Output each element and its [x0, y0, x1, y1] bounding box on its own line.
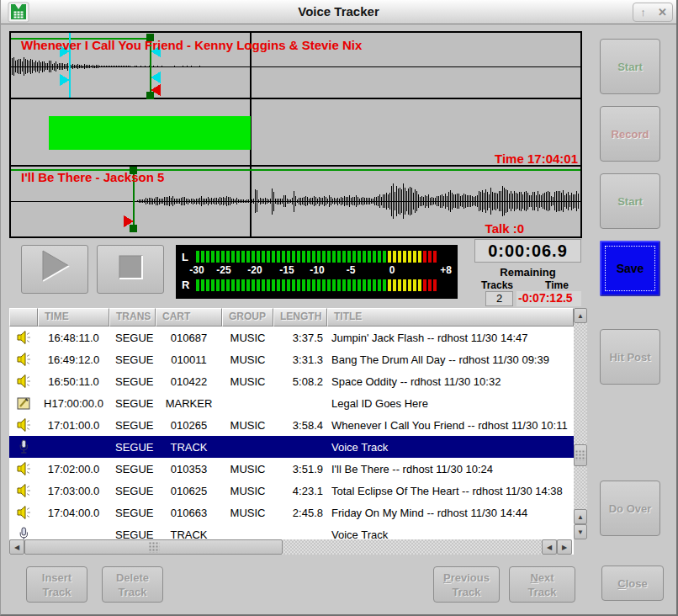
meter-segment — [246, 251, 250, 263]
scroll-down-button[interactable]: ▼ — [574, 524, 587, 539]
cell-group: MUSIC — [222, 485, 273, 497]
voicetrack-block[interactable] — [49, 116, 251, 150]
log-row[interactable]: H17:00:00.0SEGUEMARKERLegal ID Goes Here — [9, 392, 574, 414]
close-button[interactable]: Close — [601, 566, 664, 601]
speaker-icon — [9, 504, 38, 521]
vu-meter: L R -30-25-20-15-10-50+8 — [176, 245, 458, 299]
horizontal-scrollbar[interactable]: ◀ ◀ ▶ — [9, 539, 572, 555]
delete-track-label-2: Track — [119, 585, 147, 599]
meter-segment — [393, 251, 396, 263]
meter-segment — [297, 251, 300, 263]
meter-segment — [226, 279, 230, 291]
column-header-group[interactable]: GROUP — [222, 308, 273, 327]
titlebar[interactable]: Voice Tracker ↑ ✕ — [1, 0, 676, 24]
insert-track-button[interactable]: Insert Track — [26, 566, 87, 603]
cell-trans: SEGUE — [109, 507, 156, 519]
voice-tracker-editor[interactable]: Whenever I Call You Friend - Kenny Loggi… — [9, 31, 582, 238]
meter-segment — [272, 251, 275, 263]
meter-segment — [312, 251, 315, 263]
column-header-icon[interactable] — [9, 308, 38, 327]
log-row[interactable]: 17:04:00.0SEGUE010663MUSIC2:45.8Friday O… — [9, 502, 574, 523]
cell-group: MUSIC — [222, 375, 273, 388]
meter-bar-right — [196, 279, 437, 291]
meter-segment — [201, 279, 204, 291]
column-header-length[interactable]: LENGTH — [273, 308, 327, 327]
vertical-scroll-thumb[interactable] — [574, 444, 587, 466]
cell-time: 17:04:00.0 — [38, 507, 109, 519]
track2-handle-bottom[interactable] — [130, 225, 137, 232]
cell-time: 17:01:00.0 — [38, 419, 109, 432]
log-row[interactable]: 16:48:11.0SEGUE010687MUSIC3:37.5Jumpin' … — [9, 327, 574, 348]
record-button[interactable]: Record — [600, 106, 660, 162]
column-header-cart[interactable]: CART — [156, 308, 222, 327]
scroll-up-button-2[interactable]: ▲ — [574, 509, 587, 524]
save-button[interactable]: Save — [600, 241, 660, 296]
scroll-left-button[interactable]: ◀ — [9, 539, 24, 555]
next-track-button[interactable]: Next Track — [509, 566, 575, 603]
cell-trans: SEGUE — [109, 353, 156, 366]
column-header-title[interactable]: TITLE — [327, 308, 574, 327]
track2-title: I'll Be There - Jackson 5 — [21, 170, 164, 184]
meter-segment — [352, 251, 356, 263]
log-row[interactable]: 16:50:11.0SEGUE010422MUSIC5:08.2Space Od… — [9, 370, 574, 392]
stop-button[interactable] — [97, 245, 164, 294]
do-over-button[interactable]: Do Over — [600, 481, 660, 536]
meter-segment — [211, 251, 215, 263]
meter-segment — [317, 251, 320, 263]
log-row[interactable]: 17:02:00.0SEGUE010353MUSIC3:51.9I'll Be … — [9, 458, 574, 480]
meter-segment — [398, 279, 401, 291]
meter-segment — [363, 251, 366, 263]
meter-segment — [363, 279, 366, 291]
meter-scale-label: -5 — [347, 264, 356, 276]
remaining-time-value: -0:07:12.5 — [516, 291, 581, 306]
start-2-button[interactable]: Start — [600, 173, 660, 229]
cell-group: MUSIC — [222, 507, 273, 519]
talk-time-label: Talk :0 — [485, 221, 524, 236]
scroll-left-button-2[interactable]: ◀ — [542, 539, 557, 555]
cell-time: 17:03:00.0 — [38, 485, 109, 497]
previous-track-label-2: Track — [453, 585, 481, 599]
delete-track-button[interactable]: Delete Track — [102, 566, 163, 603]
meter-segment — [388, 279, 391, 291]
speaker-icon — [9, 417, 38, 433]
meter-segment — [236, 251, 240, 263]
segue-handle-bottom[interactable] — [146, 92, 154, 99]
scroll-up-button[interactable]: ▲ — [574, 308, 587, 323]
previous-track-button[interactable]: Previous Track — [433, 566, 500, 603]
hit-post-button[interactable]: Hit Post — [600, 329, 660, 385]
meter-segment — [216, 279, 220, 291]
log-row[interactable]: 17:01:00.0SEGUE010265MUSIC3:58.4Whenever… — [9, 414, 574, 436]
elapsed-time-display: 0:00:06.9 — [474, 239, 581, 263]
meter-segment — [246, 279, 250, 291]
log-row[interactable]: 16:49:12.0SEGUE010011MUSIC3:31.3Bang The… — [9, 348, 574, 370]
scroll-right-button[interactable]: ▶ — [557, 539, 572, 555]
cell-group: MUSIC — [222, 353, 273, 366]
cell-length: 3:58.4 — [273, 419, 327, 432]
shade-button[interactable]: ↑ — [633, 3, 653, 21]
cell-trans: SEGUE — [109, 375, 156, 388]
log-row[interactable]: SEGUETRACKVoice Track — [9, 523, 574, 539]
horizontal-scroll-thumb[interactable] — [24, 539, 283, 555]
column-header-time[interactable]: TIME — [38, 308, 109, 327]
cell-trans: SEGUE — [109, 419, 156, 432]
log-row[interactable]: 17:03:00.0SEGUE010625MUSIC4:23.1Total Ec… — [9, 480, 574, 502]
meter-segment — [327, 279, 331, 291]
cell-cart: 010625 — [156, 485, 222, 497]
cell-time: 16:49:12.0 — [38, 353, 109, 366]
next-track-label-1: Next — [530, 571, 554, 585]
cell-cart: TRACK — [156, 528, 222, 540]
meter-right-label: R — [182, 279, 189, 291]
meter-segment — [267, 251, 270, 263]
microphone-icon — [9, 526, 38, 539]
meter-segment — [196, 279, 199, 291]
cell-length: 4:23.1 — [273, 485, 327, 497]
log-row-selected[interactable]: SEGUETRACKVoice Track — [9, 436, 574, 458]
cell-title: Legal ID Goes Here — [327, 397, 574, 410]
cell-length: 2:45.8 — [273, 507, 327, 519]
column-header-trans[interactable]: TRANS — [109, 308, 156, 327]
close-window-button[interactable]: ✕ — [653, 3, 672, 21]
vertical-scrollbar[interactable]: ▲ ▲ ▼ — [574, 308, 587, 539]
start-1-button[interactable]: Start — [600, 39, 660, 94]
play-button[interactable] — [21, 245, 88, 294]
meter-segment — [216, 251, 220, 263]
